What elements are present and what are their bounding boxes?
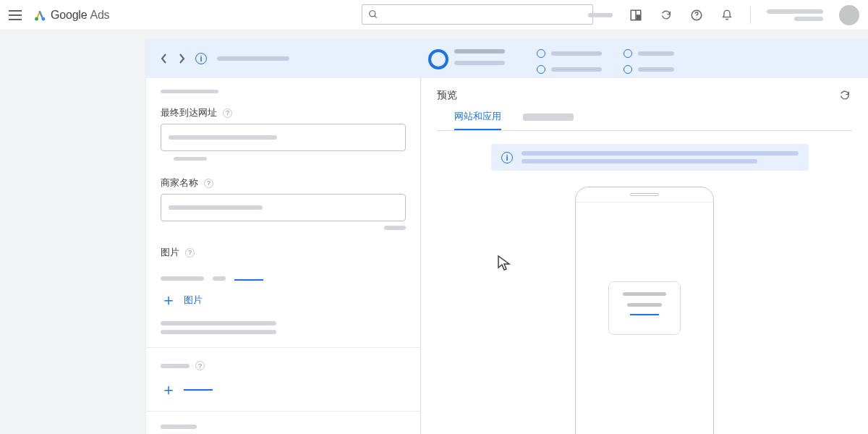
account-id-placeholder (794, 17, 823, 21)
images-tab-ghost[interactable] (161, 276, 204, 281)
preview-tabs: 网站和应用 (437, 110, 852, 131)
avatar[interactable] (839, 5, 859, 25)
add-images-label: 图片 (184, 294, 203, 307)
ad-card-preview (608, 281, 681, 335)
tab-web-and-apps[interactable]: 网站和应用 (454, 110, 501, 130)
add-item-button-2[interactable]: ＋ (161, 382, 406, 398)
svg-point-2 (370, 11, 375, 17)
preview-panel: 预览 网站和应用 i (421, 78, 868, 434)
svg-rect-6 (637, 14, 641, 20)
svg-point-0 (35, 17, 38, 20)
back-button[interactable] (161, 53, 168, 64)
step-group-3 (624, 49, 674, 74)
help-icon[interactable]: ? (195, 361, 205, 370)
char-count-placeholder (384, 226, 406, 230)
section-heading-placeholder (161, 90, 218, 93)
final-url-label: 最终到达网址 ? (161, 106, 406, 119)
search-icon (368, 9, 378, 20)
content: i 最终到达网址 ? (146, 39, 868, 434)
plus-icon: ＋ (161, 382, 176, 398)
logo-text: GoogleAds (51, 9, 109, 22)
help-icon[interactable]: ? (185, 248, 195, 258)
preview-refresh-icon[interactable] (838, 88, 852, 103)
svg-point-8 (696, 17, 697, 18)
phone-preview (575, 187, 714, 434)
step-group-2 (537, 49, 602, 74)
svg-point-1 (41, 17, 45, 20)
account-chip[interactable] (588, 13, 613, 17)
images-tab-active[interactable] (234, 279, 263, 281)
refresh-icon[interactable] (659, 8, 673, 22)
tab-ghost[interactable] (523, 114, 574, 121)
preview-info-banner: i (491, 144, 809, 171)
business-name-label: 商家名称 ? (161, 176, 406, 190)
preview-title: 预览 (437, 89, 457, 102)
reports-icon[interactable] (629, 8, 643, 22)
help-icon[interactable] (689, 8, 704, 22)
forward-button[interactable] (178, 53, 185, 64)
step-current (428, 49, 505, 69)
images-hint (161, 321, 406, 334)
section-label-3 (161, 425, 197, 429)
business-name-input[interactable] (161, 194, 406, 221)
add-images-button[interactable]: ＋ 图片 (161, 292, 406, 308)
images-label: 图片 ? (161, 246, 406, 259)
help-icon[interactable]: ? (204, 179, 213, 188)
logo[interactable]: GoogleAds (33, 9, 109, 22)
info-icon[interactable]: i (195, 53, 207, 64)
final-url-input[interactable] (161, 124, 406, 151)
section-label-2: ? (161, 361, 406, 370)
svg-line-3 (375, 16, 377, 18)
notifications-icon[interactable] (720, 8, 734, 22)
search-input[interactable] (384, 9, 587, 20)
step-current-circle (428, 49, 448, 69)
help-icon[interactable]: ? (223, 109, 232, 118)
menu-icon[interactable] (9, 10, 22, 20)
top-bar: GoogleAds (0, 0, 868, 30)
campaign-header: i (146, 39, 868, 78)
plus-icon: ＋ (161, 292, 176, 308)
form-panel: 最终到达网址 ? 商家名称 ? 图片 ? (146, 78, 421, 434)
images-tabs (161, 268, 406, 281)
divider (750, 7, 751, 24)
info-icon: i (501, 152, 513, 163)
breadcrumb-placeholder (217, 56, 289, 61)
account-name-placeholder (767, 9, 823, 14)
search-box[interactable] (362, 4, 593, 25)
google-ads-logo-icon (33, 9, 46, 22)
